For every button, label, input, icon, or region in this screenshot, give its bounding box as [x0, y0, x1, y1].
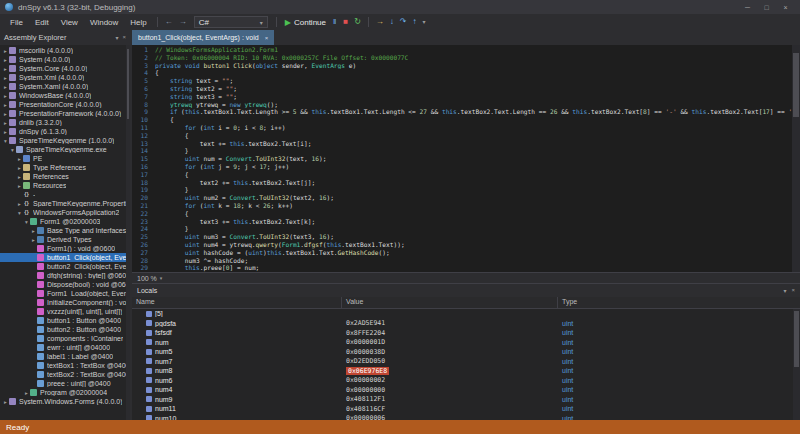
code-line[interactable]: 29 this.preee[0] = num; [132, 264, 800, 272]
locals-row[interactable]: num50x0000038Duint [132, 347, 800, 357]
tree-item[interactable]: ▾SpareTimeKeygenme (1.0.0.0) [0, 136, 130, 145]
code-line[interactable]: 22 { [132, 210, 800, 218]
code-line[interactable]: 11 for (int i = 0; i < 8; i++) [132, 124, 800, 132]
expander-icon[interactable]: ▸ [2, 93, 9, 99]
tree-item[interactable]: ▸System (4.0.0.0) [0, 55, 130, 64]
tree-item[interactable]: ▸System.Windows.Forms (4.0.0.0) [0, 397, 130, 406]
nav-forward-icon[interactable]: → [176, 16, 190, 28]
expander-icon[interactable]: ▸ [2, 111, 9, 117]
column-header-name[interactable]: Name [132, 297, 342, 308]
tree-item[interactable]: ▾Form1 @02000003 [0, 217, 130, 226]
tree-item[interactable]: preee : uint[] @0400 [0, 379, 130, 388]
code-line[interactable]: 23 text3 += this.textBox2.Text[k]; [132, 218, 800, 226]
code-line[interactable]: 10 { [132, 116, 800, 124]
tree-item[interactable]: ▸Program @02000004 [0, 388, 130, 397]
tree-item[interactable]: vxzzz(uint[], uint[], uint[]) [0, 307, 130, 316]
tree-item[interactable]: ▸System.Core (4.0.0.0) [0, 64, 130, 73]
tree-item[interactable]: textBox2 : TextBox @0400 [0, 370, 130, 379]
tree-item[interactable]: ▾SpareTimeKeygenme.exe [0, 145, 130, 154]
tree-item[interactable]: ▸dnSpy (6.1.3.0) [0, 127, 130, 136]
code-line[interactable]: 15 uint num = Convert.ToUInt32(text, 16)… [132, 155, 800, 163]
tree-item[interactable]: InitializeComponent() : void [0, 298, 130, 307]
panel-menu-icon[interactable]: ▾ [115, 34, 118, 41]
stop-debugging-button[interactable]: ■ [340, 16, 351, 28]
maximize-button[interactable]: □ [757, 1, 776, 14]
tree-item[interactable]: ▸Resources [0, 181, 130, 190]
code-line[interactable]: 26 uint num4 = ytrewq.qwerty(Form1.dfgsf… [132, 241, 800, 249]
sidebar-scrollbar[interactable] [126, 45, 130, 420]
panel-close-icon[interactable]: × [122, 34, 126, 41]
tree-item[interactable]: dfgh(string) : byte[] @0600 [0, 271, 130, 280]
menu-file[interactable]: File [4, 16, 29, 29]
locals-row[interactable]: num70xD2EDD050uint [132, 357, 800, 367]
code-line[interactable]: 4{ [132, 69, 800, 77]
show-next-statement-button[interactable]: → [373, 16, 387, 28]
tree-item[interactable]: {}- [0, 190, 130, 199]
code-line[interactable]: 14 } [132, 147, 800, 155]
break-all-button[interactable]: ‖ [330, 16, 340, 28]
tab-button1-click[interactable]: button1_Click(object, EventArgs) : void … [132, 30, 274, 45]
tree-item[interactable]: button2_Click(object, EventArgs) : void [0, 262, 130, 271]
code-line[interactable]: 18 text2 += this.textBox2.Text[j]; [132, 179, 800, 187]
code-line[interactable]: 20 uint num2 = Convert.ToUInt32(text2, 1… [132, 194, 800, 202]
tree-item[interactable]: textBox1 : TextBox @0400 [0, 361, 130, 370]
tree-item[interactable]: label1 : Label @0400 [0, 352, 130, 361]
tree-item[interactable]: ▸System.Xml (4.0.0.0) [0, 73, 130, 82]
toolbar-overflow-icon[interactable]: ▾ [420, 16, 429, 28]
code-line[interactable]: 24 } [132, 225, 800, 233]
tree-item[interactable]: button2 : Button @0400 [0, 325, 130, 334]
expander-icon[interactable]: ▸ [16, 183, 23, 189]
code-line[interactable]: 1// WindowsFormsApplication2.Form1 [132, 46, 800, 54]
tree-item[interactable]: ▸PresentationCore (4.0.0.0) [0, 100, 130, 109]
code-line[interactable]: 17 { [132, 171, 800, 179]
expander-icon[interactable]: ▾ [16, 210, 23, 216]
tab-close-icon[interactable]: × [265, 35, 269, 41]
code-line[interactable]: 28 num3 ^= hashCode; [132, 257, 800, 265]
expander-icon[interactable]: ▸ [2, 399, 9, 405]
tree-item[interactable]: Dispose(bool) : void @0600 [0, 280, 130, 289]
expander-icon[interactable]: ▾ [2, 138, 9, 144]
zoom-level[interactable]: 100 % [137, 275, 157, 282]
step-over-button[interactable]: ↷ [397, 16, 410, 28]
tree-item[interactable]: ▾{}WindowsFormsApplication2 [0, 208, 130, 217]
step-into-button[interactable]: ↓ [387, 16, 397, 28]
column-header-type[interactable]: Type [558, 297, 800, 308]
code-line[interactable]: 27 uint hashCode = (uint)this.textBox1.T… [132, 249, 800, 257]
continue-button[interactable]: ▶ Continue [281, 17, 330, 28]
tree-item[interactable]: ▸Type References [0, 163, 130, 172]
tree-item[interactable]: ▸{}SpareTimeKeygenme.Properties [0, 199, 130, 208]
tree-item[interactable]: ▸PresentationFramework (4.0.0.0) [0, 109, 130, 118]
code-line[interactable]: 8 ytrewq ytrewq = new ytrewq(); [132, 101, 800, 109]
expander-icon[interactable]: ▸ [2, 84, 9, 90]
tree-item[interactable]: ▸References [0, 172, 130, 181]
locals-row[interactable]: num110x408116CFuint [132, 404, 800, 414]
expander-icon[interactable]: ▸ [16, 165, 23, 171]
tree-item[interactable]: ▸Derived Types [0, 235, 130, 244]
tree-item[interactable]: button1_Click(object, EventArgs) : void [0, 253, 130, 262]
tree-item[interactable]: ▸mscorlib (4.0.0.0) [0, 46, 130, 55]
expander-icon[interactable]: ▸ [2, 48, 9, 54]
tree-item[interactable]: button1 : Button @0400 [0, 316, 130, 325]
locals-row[interactable]: num80x06E976E8uint [132, 366, 800, 376]
zoom-caret-icon[interactable]: ▾ [160, 275, 163, 281]
code-line[interactable]: 6 string text2 = ""; [132, 85, 800, 93]
tree-item[interactable]: Form1() : void @0600 [0, 244, 130, 253]
locals-row[interactable]: [5] [132, 309, 800, 319]
tree-item[interactable]: ▸System.Xaml (4.0.0.0) [0, 82, 130, 91]
tree-item[interactable]: ▸WindowsBase (4.0.0.0) [0, 91, 130, 100]
code-line[interactable]: 13 text += this.textBox2.Text[i]; [132, 140, 800, 148]
language-selector[interactable]: C# ▾ [194, 16, 268, 28]
locals-row[interactable]: pgdsfa0x2AD5E941uint [132, 319, 800, 329]
code-line[interactable]: 5 string text = ""; [132, 77, 800, 85]
expander-icon[interactable]: ▾ [23, 219, 30, 225]
code-line[interactable]: 3private void button1_Click(object sende… [132, 62, 800, 70]
tree-item[interactable]: ▸Base Type and Interfaces [0, 226, 130, 235]
locals-row[interactable]: num60x00000002uint [132, 376, 800, 386]
minimize-button[interactable]: ─ [738, 1, 757, 14]
expander-icon[interactable]: ▸ [2, 102, 9, 108]
locals-row[interactable]: num100x00000006uint [132, 414, 800, 421]
locals-close-icon[interactable]: × [791, 287, 795, 294]
locals-menu-icon[interactable]: ▾ [783, 287, 786, 294]
locals-row[interactable]: num40x00000000uint [132, 385, 800, 395]
code-line[interactable]: 16 for (int j = 9; j < 17; j++) [132, 163, 800, 171]
